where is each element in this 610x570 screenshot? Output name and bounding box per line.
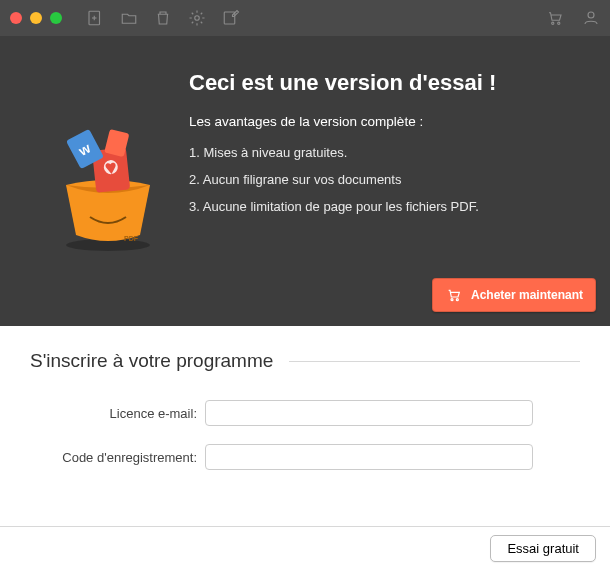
hero-title: Ceci est une version d'essai ! (189, 70, 580, 96)
maximize-window-button[interactable] (50, 12, 62, 24)
edit-icon[interactable] (222, 9, 240, 27)
form-row-email: Licence e-mail: (30, 400, 580, 426)
register-section: S'inscrire à votre programme Licence e-m… (0, 326, 610, 526)
benefit-item: 1. Mises à niveau gratuites. (189, 145, 580, 160)
hero-section: PDF w Ceci est une version d'essai ! Les… (0, 36, 610, 326)
hero-text: Ceci est une version d'essai ! Les avant… (185, 60, 580, 306)
benefit-item: 3. Aucune limitation de page pour les fi… (189, 199, 580, 214)
hero-benefit-list: 1. Mises à niveau gratuites. 2. Aucun fi… (189, 145, 580, 214)
hero-subtitle: Les avantages de la version complète : (189, 114, 580, 129)
footer: Essai gratuit (0, 526, 610, 570)
hero-illustration: PDF w (30, 60, 185, 306)
form-row-code: Code d'enregistrement: (30, 444, 580, 470)
svg-point-7 (588, 12, 594, 18)
account-icon[interactable] (582, 9, 600, 27)
buy-now-button[interactable]: Acheter maintenant (432, 278, 596, 312)
titlebar (0, 0, 610, 36)
free-trial-label: Essai gratuit (507, 541, 579, 556)
settings-icon[interactable] (188, 9, 206, 27)
svg-point-16 (456, 299, 458, 301)
svg-point-3 (195, 16, 200, 21)
divider (289, 361, 580, 362)
registration-code-field[interactable] (205, 444, 533, 470)
svg-text:PDF: PDF (124, 235, 139, 242)
svg-point-5 (552, 22, 554, 24)
folder-icon[interactable] (120, 9, 138, 27)
benefit-item: 2. Aucun filigrane sur vos documents (189, 172, 580, 187)
svg-point-6 (558, 22, 560, 24)
cart-icon (445, 286, 463, 304)
trash-icon[interactable] (154, 9, 172, 27)
email-field[interactable] (205, 400, 533, 426)
add-document-icon[interactable] (86, 9, 104, 27)
register-heading-row: S'inscrire à votre programme (30, 350, 580, 372)
window-controls (10, 12, 62, 24)
code-label: Code d'enregistrement: (30, 450, 205, 465)
register-heading: S'inscrire à votre programme (30, 350, 273, 372)
close-window-button[interactable] (10, 12, 22, 24)
free-trial-button[interactable]: Essai gratuit (490, 535, 596, 562)
cart-icon[interactable] (546, 9, 564, 27)
toolbar-left (86, 9, 240, 27)
svg-point-15 (451, 299, 453, 301)
email-label: Licence e-mail: (30, 406, 205, 421)
minimize-window-button[interactable] (30, 12, 42, 24)
toolbar-right (546, 9, 600, 27)
buy-now-label: Acheter maintenant (471, 288, 583, 302)
